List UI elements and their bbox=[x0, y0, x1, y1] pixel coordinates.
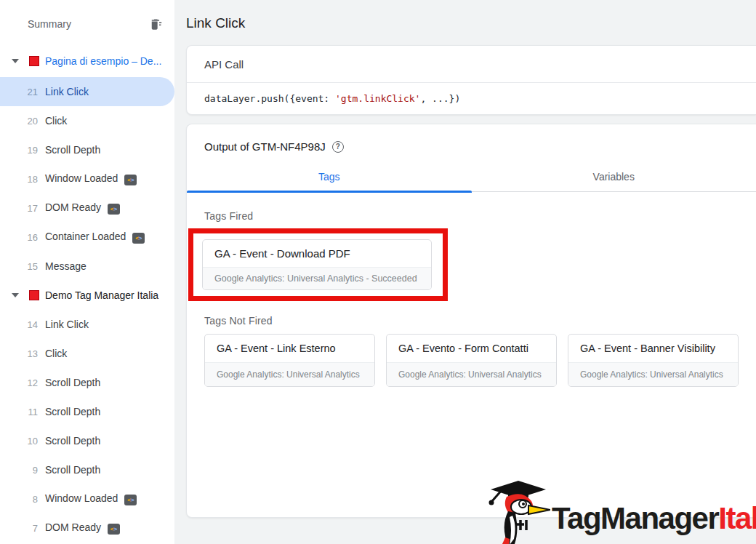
event-label: Link Click bbox=[45, 86, 89, 97]
event-number: 17 bbox=[0, 203, 38, 214]
summary-label: Summary bbox=[28, 18, 145, 30]
debug-event-sidebar: Summary Pagina di esempio – De... 21 Lin… bbox=[0, 0, 174, 544]
code-badge-icon: <> bbox=[132, 233, 145, 244]
event-number: 20 bbox=[0, 116, 38, 127]
code-badge-icon: <> bbox=[108, 524, 120, 535]
logo-black: TagManager bbox=[552, 501, 718, 535]
tag-title: GA - Event - Banner Visibility bbox=[568, 335, 738, 362]
woodpecker-icon bbox=[480, 479, 550, 544]
tag-title: GA - Event - Download PDF bbox=[203, 240, 431, 267]
sidebar-event-item[interactable]: 19 Scroll Depth bbox=[0, 135, 174, 164]
tab-variables[interactable]: Variables bbox=[472, 161, 756, 191]
event-number: 18 bbox=[0, 174, 38, 185]
event-label: Container Loaded<> bbox=[45, 231, 145, 244]
clear-events-button[interactable] bbox=[145, 15, 164, 33]
tag-subtitle: Google Analytics: Universal Analytics - … bbox=[203, 267, 431, 289]
trash-icon bbox=[148, 17, 162, 31]
event-label: Window Loaded<> bbox=[45, 172, 137, 185]
red-annotation-box: GA - Event - Download PDF Google Analyti… bbox=[188, 228, 448, 301]
tags-fired-label: Tags Fired bbox=[204, 210, 253, 222]
api-call-card: API Call dataLayer.push({event: 'gtm.lin… bbox=[186, 45, 756, 115]
sidebar-event-item[interactable]: 16 Container Loaded<> bbox=[0, 223, 174, 252]
event-number: 16 bbox=[0, 232, 38, 243]
sidebar-event-item[interactable]: 20 Click bbox=[0, 106, 174, 135]
event-label: DOM Ready<> bbox=[45, 521, 120, 535]
event-label: Scroll Depth bbox=[45, 144, 100, 156]
event-number: 12 bbox=[0, 377, 38, 388]
not-fired-tag-card[interactable]: GA - Event - Banner VisibilityGoogle Ana… bbox=[568, 334, 739, 387]
event-number: 9 bbox=[0, 465, 38, 476]
tag-title: GA - Evento - Form Contatti bbox=[387, 335, 556, 362]
event-number: 14 bbox=[0, 319, 38, 330]
event-color-swatch bbox=[29, 56, 39, 66]
not-fired-tag-card[interactable]: GA - Evento - Form ContattiGoogle Analyt… bbox=[386, 334, 557, 387]
sidebar-event-item[interactable]: 8 Window Loaded<> bbox=[0, 484, 174, 513]
sidebar-event-item[interactable]: 18 Window Loaded<> bbox=[0, 164, 174, 193]
event-number: 19 bbox=[0, 145, 38, 156]
tag-title: GA - Event - Link Esterno bbox=[205, 335, 374, 362]
datalayer-code: dataLayer.push({event: 'gtm.linkClick', … bbox=[187, 83, 756, 104]
event-label: Click bbox=[45, 348, 67, 359]
page-group-label: Demo Tag Manager Italia bbox=[45, 289, 158, 301]
code-badge-icon: <> bbox=[108, 204, 120, 215]
summary-row: Summary bbox=[0, 7, 174, 41]
not-fired-cards-row: GA - Event - Link EsternoGoogle Analytic… bbox=[204, 334, 739, 387]
sidebar-page-group[interactable]: Demo Tag Manager Italia bbox=[0, 281, 174, 310]
event-number: 10 bbox=[0, 436, 38, 447]
tagmanageritalia-logo: TagManagerItalia bbox=[480, 479, 756, 544]
code-badge-icon: <> bbox=[124, 495, 137, 505]
help-icon[interactable]: ? bbox=[332, 141, 344, 153]
event-number: 8 bbox=[0, 494, 38, 505]
tag-subtitle: Google Analytics: Universal Analytics bbox=[205, 362, 374, 386]
event-label: Scroll Depth bbox=[45, 435, 100, 447]
sidebar-event-item[interactable]: 21 Link Click bbox=[0, 77, 174, 106]
logo-wordmark: TagManagerItalia bbox=[552, 501, 756, 536]
code-string: 'gtm.linkClick' bbox=[335, 93, 420, 104]
debug-main-panel: Link Click API Call dataLayer.push({even… bbox=[174, 0, 756, 544]
output-header: Output of GTM-NF4P98J ? bbox=[187, 124, 756, 153]
sidebar-event-item[interactable]: 10 Scroll Depth bbox=[0, 426, 174, 455]
code-prefix: dataLayer.push({event: bbox=[204, 93, 335, 104]
sidebar-event-item[interactable]: 13 Click bbox=[0, 339, 174, 368]
sidebar-event-item[interactable]: 7 DOM Ready<> bbox=[0, 513, 174, 543]
tag-subtitle: Google Analytics: Universal Analytics bbox=[568, 362, 738, 386]
sidebar-event-item[interactable]: 11 Scroll Depth bbox=[0, 397, 174, 426]
tab-tags[interactable]: Tags bbox=[187, 161, 472, 191]
sidebar-event-item[interactable]: 15 Message bbox=[0, 252, 174, 281]
event-number: 21 bbox=[0, 87, 38, 97]
output-body: Tags Fired GA - Event - Download PDF Goo… bbox=[187, 192, 756, 404]
event-number: 13 bbox=[0, 348, 38, 359]
output-title: Output of GTM-NF4P98J bbox=[204, 140, 326, 153]
sidebar-event-item[interactable]: 17 DOM Ready<> bbox=[0, 193, 174, 223]
page-group-label: Pagina di esempio – De... bbox=[45, 55, 161, 67]
output-tabbar: Tags Variables bbox=[187, 161, 756, 192]
event-label: DOM Ready<> bbox=[45, 201, 120, 215]
event-label: Scroll Depth bbox=[45, 377, 100, 388]
code-badge-icon: <> bbox=[124, 175, 137, 185]
tags-not-fired-label: Tags Not Fired bbox=[204, 315, 739, 327]
code-suffix: , ...}) bbox=[420, 93, 460, 104]
event-label: Scroll Depth bbox=[45, 406, 100, 417]
container-output-card: Output of GTM-NF4P98J ? Tags Variables T… bbox=[186, 124, 756, 518]
sidebar-event-item[interactable]: 14 Link Click bbox=[0, 310, 174, 339]
event-number: 15 bbox=[0, 261, 38, 272]
chevron-down-icon bbox=[12, 293, 19, 297]
event-label: Message bbox=[45, 260, 87, 272]
event-label: Click bbox=[45, 115, 67, 127]
tag-subtitle: Google Analytics: Universal Analytics bbox=[387, 362, 556, 386]
not-fired-tag-card[interactable]: GA - Event - Link EsternoGoogle Analytic… bbox=[204, 334, 375, 387]
sidebar-event-item[interactable]: 12 Scroll Depth bbox=[0, 368, 174, 397]
logo-red: Italia bbox=[718, 501, 756, 535]
api-call-header: API Call bbox=[187, 46, 756, 83]
event-label: Window Loaded<> bbox=[45, 492, 137, 505]
event-color-swatch bbox=[29, 290, 39, 300]
page-title: Link Click bbox=[186, 15, 245, 31]
event-label: Scroll Depth bbox=[45, 464, 100, 476]
event-number: 7 bbox=[0, 523, 38, 534]
event-number: 11 bbox=[0, 407, 38, 417]
fired-tag-card[interactable]: GA - Event - Download PDF Google Analyti… bbox=[202, 239, 432, 290]
event-label: Link Click bbox=[45, 319, 89, 330]
sidebar-event-item[interactable]: 9 Scroll Depth bbox=[0, 455, 174, 484]
chevron-down-icon bbox=[12, 59, 19, 63]
sidebar-page-group[interactable]: Pagina di esempio – De... bbox=[0, 44, 174, 77]
